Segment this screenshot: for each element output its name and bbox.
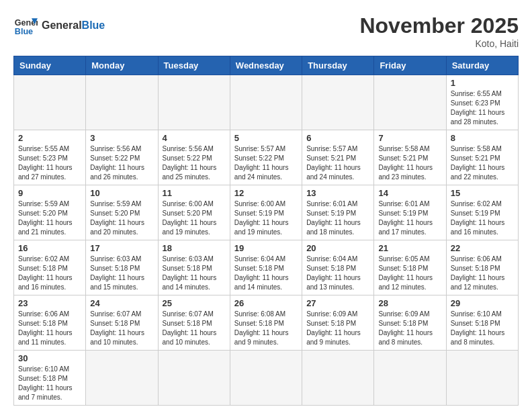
day-number: 21 (378, 243, 441, 253)
calendar-cell: 9Sunrise: 5:59 AM Sunset: 5:20 PM Daylig… (14, 185, 86, 240)
day-number: 22 (451, 243, 514, 253)
day-number: 10 (90, 188, 153, 198)
title-block: November 2025 Koto, Haiti (359, 13, 519, 49)
day-number: 23 (18, 298, 81, 308)
calendar-cell: 4Sunrise: 5:56 AM Sunset: 5:22 PM Daylig… (158, 130, 230, 185)
calendar-cell: 10Sunrise: 5:59 AM Sunset: 5:20 PM Dayli… (86, 185, 158, 240)
weekday-header-saturday: Saturday (446, 56, 518, 75)
day-info: Sunrise: 6:00 AM Sunset: 5:20 PM Dayligh… (163, 199, 226, 237)
svg-text:Blue: Blue (15, 27, 33, 36)
calendar-header: SundayMondayTuesdayWednesdayThursdayFrid… (14, 56, 519, 75)
calendar-cell: 17Sunrise: 6:03 AM Sunset: 5:18 PM Dayli… (86, 240, 158, 295)
day-info: Sunrise: 5:56 AM Sunset: 5:22 PM Dayligh… (163, 144, 226, 182)
day-info: Sunrise: 6:04 AM Sunset: 5:18 PM Dayligh… (306, 255, 369, 292)
day-info: Sunrise: 6:05 AM Sunset: 5:18 PM Dayligh… (378, 255, 441, 292)
day-number: 28 (378, 298, 441, 308)
day-info: Sunrise: 6:07 AM Sunset: 5:18 PM Dayligh… (163, 310, 226, 347)
page-header: General Blue GeneralBlue November 2025 K… (13, 13, 519, 49)
weekday-header-row: SundayMondayTuesdayWednesdayThursdayFrid… (14, 56, 519, 75)
calendar-cell (446, 351, 518, 406)
weekday-header-wednesday: Wednesday (230, 56, 302, 75)
calendar-cell (302, 75, 374, 130)
day-number: 20 (306, 243, 369, 253)
day-info: Sunrise: 6:10 AM Sunset: 5:18 PM Dayligh… (18, 365, 81, 402)
day-number: 13 (306, 188, 369, 198)
day-number: 7 (378, 133, 441, 143)
day-number: 30 (18, 353, 81, 363)
weekday-header-friday: Friday (374, 56, 446, 75)
day-info: Sunrise: 6:10 AM Sunset: 5:18 PM Dayligh… (451, 310, 514, 347)
weekday-header-monday: Monday (86, 56, 158, 75)
calendar-cell: 27Sunrise: 6:09 AM Sunset: 5:18 PM Dayli… (302, 295, 374, 351)
day-number: 17 (90, 243, 153, 253)
calendar-cell: 13Sunrise: 6:01 AM Sunset: 5:19 PM Dayli… (302, 185, 374, 240)
calendar-cell: 29Sunrise: 6:10 AM Sunset: 5:18 PM Dayli… (446, 295, 518, 351)
calendar-body: 1Sunrise: 6:55 AM Sunset: 6:23 PM Daylig… (14, 75, 519, 406)
calendar-cell: 19Sunrise: 6:04 AM Sunset: 5:18 PM Dayli… (230, 240, 302, 295)
day-info: Sunrise: 6:55 AM Sunset: 6:23 PM Dayligh… (451, 89, 514, 127)
day-info: Sunrise: 6:03 AM Sunset: 5:18 PM Dayligh… (90, 255, 153, 292)
day-number: 24 (90, 298, 153, 308)
calendar-cell (374, 75, 446, 130)
location: Koto, Haiti (359, 38, 519, 49)
day-number: 3 (90, 133, 153, 143)
calendar-cell (230, 75, 302, 130)
day-number: 18 (163, 243, 226, 253)
day-number: 25 (163, 298, 226, 308)
day-info: Sunrise: 6:03 AM Sunset: 5:18 PM Dayligh… (163, 255, 226, 292)
calendar-cell (14, 75, 86, 130)
day-info: Sunrise: 6:08 AM Sunset: 5:18 PM Dayligh… (234, 310, 298, 347)
calendar-cell: 18Sunrise: 6:03 AM Sunset: 5:18 PM Dayli… (158, 240, 230, 295)
calendar-cell: 6Sunrise: 5:57 AM Sunset: 5:21 PM Daylig… (302, 130, 374, 185)
weekday-header-sunday: Sunday (14, 56, 86, 75)
calendar-cell (86, 351, 158, 406)
day-number: 16 (18, 243, 81, 253)
day-number: 1 (451, 78, 514, 88)
calendar-week-2: 9Sunrise: 5:59 AM Sunset: 5:20 PM Daylig… (14, 185, 519, 240)
calendar-cell (158, 351, 230, 406)
day-number: 27 (306, 298, 369, 308)
month-title: November 2025 (359, 13, 519, 38)
calendar-cell (230, 351, 302, 406)
calendar-cell: 5Sunrise: 5:57 AM Sunset: 5:22 PM Daylig… (230, 130, 302, 185)
calendar-cell: 15Sunrise: 6:02 AM Sunset: 5:19 PM Dayli… (446, 185, 518, 240)
calendar-cell: 21Sunrise: 6:05 AM Sunset: 5:18 PM Dayli… (374, 240, 446, 295)
calendar-cell: 24Sunrise: 6:07 AM Sunset: 5:18 PM Dayli… (86, 295, 158, 351)
day-number: 6 (306, 133, 369, 143)
calendar-cell: 2Sunrise: 5:55 AM Sunset: 5:23 PM Daylig… (14, 130, 86, 185)
day-info: Sunrise: 5:55 AM Sunset: 5:23 PM Dayligh… (18, 144, 81, 182)
logo-icon: General Blue (13, 13, 38, 38)
day-info: Sunrise: 6:01 AM Sunset: 5:19 PM Dayligh… (306, 199, 369, 237)
calendar-week-3: 16Sunrise: 6:02 AM Sunset: 5:18 PM Dayli… (14, 240, 519, 295)
day-number: 5 (234, 133, 298, 143)
day-number: 29 (451, 298, 514, 308)
calendar-cell: 25Sunrise: 6:07 AM Sunset: 5:18 PM Dayli… (158, 295, 230, 351)
calendar-cell: 3Sunrise: 5:56 AM Sunset: 5:22 PM Daylig… (86, 130, 158, 185)
day-info: Sunrise: 6:04 AM Sunset: 5:18 PM Dayligh… (234, 255, 298, 292)
logo-general: General (42, 19, 82, 31)
calendar-cell (158, 75, 230, 130)
calendar-cell: 14Sunrise: 6:01 AM Sunset: 5:19 PM Dayli… (374, 185, 446, 240)
day-info: Sunrise: 6:00 AM Sunset: 5:19 PM Dayligh… (234, 199, 298, 237)
calendar-cell (302, 351, 374, 406)
weekday-header-tuesday: Tuesday (158, 56, 230, 75)
calendar-cell: 26Sunrise: 6:08 AM Sunset: 5:18 PM Dayli… (230, 295, 302, 351)
day-number: 8 (451, 133, 514, 143)
calendar-cell: 30Sunrise: 6:10 AM Sunset: 5:18 PM Dayli… (14, 351, 86, 406)
day-info: Sunrise: 6:02 AM Sunset: 5:19 PM Dayligh… (451, 199, 514, 237)
day-number: 11 (163, 188, 226, 198)
day-number: 19 (234, 243, 298, 253)
calendar-cell: 7Sunrise: 5:58 AM Sunset: 5:21 PM Daylig… (374, 130, 446, 185)
calendar-cell: 20Sunrise: 6:04 AM Sunset: 5:18 PM Dayli… (302, 240, 374, 295)
day-info: Sunrise: 6:09 AM Sunset: 5:18 PM Dayligh… (378, 310, 441, 347)
calendar-cell: 12Sunrise: 6:00 AM Sunset: 5:19 PM Dayli… (230, 185, 302, 240)
day-info: Sunrise: 6:09 AM Sunset: 5:18 PM Dayligh… (306, 310, 369, 347)
day-info: Sunrise: 5:58 AM Sunset: 5:21 PM Dayligh… (378, 144, 441, 182)
day-info: Sunrise: 6:02 AM Sunset: 5:18 PM Dayligh… (18, 255, 81, 292)
day-info: Sunrise: 5:57 AM Sunset: 5:22 PM Dayligh… (234, 144, 298, 182)
day-number: 15 (451, 188, 514, 198)
day-info: Sunrise: 6:06 AM Sunset: 5:18 PM Dayligh… (18, 310, 81, 347)
calendar-cell: 22Sunrise: 6:06 AM Sunset: 5:18 PM Dayli… (446, 240, 518, 295)
day-info: Sunrise: 6:01 AM Sunset: 5:19 PM Dayligh… (378, 199, 441, 237)
day-number: 2 (18, 133, 81, 143)
